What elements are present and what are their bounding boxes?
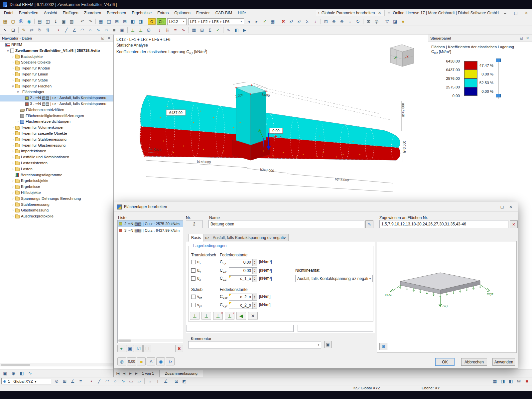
- vxz-value-field[interactable]: c_2_o: [229, 294, 253, 301]
- first-page-button[interactable]: |◀: [115, 370, 121, 376]
- expand-icon[interactable]: ›: [11, 160, 15, 166]
- tables-toggle-icon[interactable]: ▦: [491, 378, 499, 385]
- tree-item-typen-f-r-volumenk-rper[interactable]: ›Typen für Volumenkörper: [0, 125, 113, 131]
- tree-item-typen-f-r-stahlbemessung[interactable]: ›Typen für Stahlbemessung: [0, 137, 113, 143]
- tree-item-fl-chenexzentrizit-ten[interactable]: Flächenexzentrizitäten: [0, 107, 113, 113]
- close-panel-icon[interactable]: ✕: [525, 36, 530, 40]
- results-table-icon[interactable]: ▦: [269, 18, 277, 25]
- menu-optionen[interactable]: Optionen: [172, 9, 193, 17]
- ux-spinner[interactable]: ▲▼: [253, 259, 257, 266]
- draw-polygon-icon[interactable]: ▱: [135, 378, 143, 385]
- spin-down-icon[interactable]: ▼: [254, 306, 255, 308]
- navigator-display-icon[interactable]: ◉: [10, 370, 17, 377]
- close-global-parameter-icon[interactable]: ✕: [377, 11, 382, 15]
- expand-icon[interactable]: ›: [11, 143, 15, 149]
- maximize-button[interactable]: ▢: [511, 10, 520, 16]
- surface-load-icon[interactable]: ≡: [172, 27, 179, 34]
- mirror-icon[interactable]: ⇅: [44, 27, 52, 34]
- expand-icon[interactable]: ›: [11, 196, 15, 202]
- guidelines-icon[interactable]: ≡: [77, 378, 84, 385]
- messages-icon[interactable]: ✉: [515, 378, 523, 385]
- draw-rect-icon[interactable]: ▭: [127, 378, 135, 385]
- hinge-icon[interactable]: ∅: [145, 27, 153, 34]
- ortho-icon[interactable]: ∠: [69, 378, 76, 385]
- dlubal-online-icon[interactable]: ◉: [25, 18, 33, 25]
- rotate-view-icon[interactable]: ↻: [354, 18, 362, 25]
- collapse-icon[interactable]: ∨: [6, 48, 10, 54]
- mesh-settings-icon[interactable]: ⊞: [198, 27, 206, 34]
- edit-icon[interactable]: ✎: [20, 27, 28, 34]
- nodal-load-icon[interactable]: ↓: [156, 27, 163, 34]
- list-hscrollbar[interactable]: [118, 339, 183, 342]
- dimension-icon[interactable]: ↔: [146, 378, 154, 385]
- ux-value-field[interactable]: 0.00: [229, 259, 253, 266]
- expand-icon[interactable]: ›: [16, 119, 20, 125]
- copy-comment-button[interactable]: ▣: [324, 341, 332, 348]
- loads-display-icon[interactable]: ↓: [312, 18, 319, 25]
- draw-arc-icon[interactable]: ◠: [103, 378, 111, 385]
- tree-item-lastf-lle-und-kombinationen[interactable]: ›Lastfälle und Kombinationen: [0, 154, 113, 160]
- quick-search-icon[interactable]: ≡: [387, 11, 391, 15]
- scrollbar-thumb[interactable]: [1, 364, 30, 366]
- calculate-x1-icon[interactable]: x¹: [288, 18, 295, 25]
- tab-nonlinearity[interactable]: uz - Ausfall, falls Kontaktspannung σz n…: [202, 234, 289, 241]
- workplane-icon[interactable]: ⊞: [113, 18, 121, 25]
- draw-line-icon[interactable]: ╱: [95, 378, 103, 385]
- aux-field-1[interactable]: [187, 325, 294, 332]
- special-selection-button[interactable]: ◎: [117, 357, 126, 365]
- preview-values-button[interactable]: ⊞: [379, 343, 387, 350]
- nodal-support-icon[interactable]: ⊥: [129, 27, 137, 34]
- kommentar-combo[interactable]: ▾: [188, 341, 321, 348]
- node-icon[interactable]: •: [55, 27, 62, 34]
- previous-loadcase-button[interactable]: ◂: [245, 18, 253, 25]
- scale-min-handle[interactable]: [496, 94, 501, 97]
- export-icon[interactable]: ↧: [52, 18, 60, 25]
- decimal-places-button[interactable]: 0,00: [127, 357, 136, 365]
- next-page-button[interactable]: ▶: [127, 370, 134, 376]
- vxz-checkbox[interactable]: [191, 295, 196, 299]
- tree-item-hilfsobjekte[interactable]: ›Hilfsobjekte: [0, 190, 113, 196]
- menu-fenster[interactable]: Fenster: [194, 9, 212, 17]
- save-icon[interactable]: ◫: [44, 18, 52, 25]
- tree-item-typen-f-r-spezielle-objekte[interactable]: ›Typen für spezielle Objekte: [0, 131, 113, 137]
- navigator-views-icon[interactable]: ◧: [18, 370, 26, 377]
- expand-icon[interactable]: ›: [11, 148, 15, 154]
- delete-list-item-button[interactable]: ✖: [175, 345, 183, 352]
- navigator-data-icon[interactable]: ▣: [1, 370, 9, 377]
- tab-zusammenfassung[interactable]: Zusammenfassung: [159, 370, 203, 377]
- calculate-x2-icon[interactable]: x²: [296, 18, 303, 25]
- redo-icon[interactable]: ↷: [86, 18, 94, 25]
- tree-item-typen-f-r-linien[interactable]: ›Typen für Linien: [0, 71, 113, 77]
- solid-icon[interactable]: ■: [110, 27, 118, 34]
- print-icon[interactable]: ▤: [36, 18, 44, 25]
- menu-bearbeiten[interactable]: Bearbeiten: [16, 9, 41, 17]
- expand-icon[interactable]: ›: [11, 66, 15, 71]
- select-box-icon[interactable]: ⊡: [9, 27, 17, 34]
- navigator-results-icon[interactable]: ∿: [26, 370, 34, 377]
- expand-icon[interactable]: ›: [11, 166, 15, 172]
- tree-item-typen-f-r-st-be[interactable]: ›Typen für Stäbe: [0, 77, 113, 83]
- invert-selection-icon[interactable]: ◩: [181, 378, 188, 385]
- formula-button[interactable]: ƒx: [166, 357, 175, 365]
- close-button[interactable]: ✕: [522, 10, 531, 16]
- support-none-button[interactable]: ✕: [248, 312, 258, 320]
- table-view-icon[interactable]: ▦: [97, 18, 105, 25]
- dialog-close-button[interactable]: ✕: [506, 204, 515, 210]
- line-support-icon[interactable]: ⊥: [137, 27, 145, 34]
- minimize-button[interactable]: –: [501, 10, 509, 16]
- menu-ergebnisse[interactable]: Ergebnisse: [129, 9, 154, 17]
- tree-item-lastassistenten[interactable]: ›Lastassistenten: [0, 160, 113, 166]
- tree-item-3-n-uz-ausfall-falls-kontakt[interactable]: 3 - ▫▫N ▤▤ | uz : Ausfall, falls Kontakt…: [0, 101, 113, 107]
- expand-icon[interactable]: ›: [11, 137, 15, 143]
- display-properties-icon[interactable]: ◧: [129, 18, 137, 25]
- aux-field-2[interactable]: [298, 325, 373, 332]
- uz-checkbox[interactable]: [191, 276, 196, 281]
- printout-report-icon[interactable]: ▥: [68, 18, 75, 25]
- vxz-spinner[interactable]: ▲▼: [253, 294, 257, 301]
- support-list-item[interactable]: 3▫▫N ▤▤ | Cu,z : 6437.99 kN/m: [118, 227, 183, 234]
- uz-value-field[interactable]: c_1_o: [229, 275, 253, 282]
- expand-icon[interactable]: ›: [11, 213, 15, 219]
- clipping-icon[interactable]: ◪: [391, 18, 399, 25]
- tree-item-stahlbemessung[interactable]: ›Stahlbemessung: [0, 202, 113, 208]
- animation-icon[interactable]: ▶: [241, 27, 248, 34]
